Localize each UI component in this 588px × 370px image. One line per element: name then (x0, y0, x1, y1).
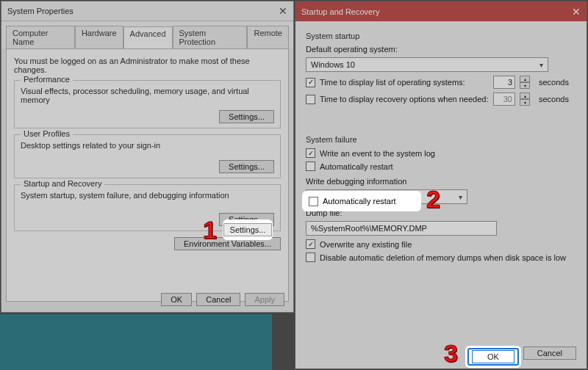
auto-restart-checkbox-highlight[interactable] (309, 197, 318, 206)
time-list-value: 3 (508, 78, 512, 87)
startup-recovery-settings-button-highlight[interactable]: Settings... (223, 223, 273, 236)
startrec-titlebar: Startup and Recovery ✕ (295, 1, 587, 21)
time-recovery-spin-buttons: ▴▾ (520, 92, 530, 106)
sysprops-advanced-panel: You must be logged on as an Administrato… (6, 48, 289, 302)
highlight-settings: Settings... (225, 222, 270, 238)
annotation-1: 1 (203, 216, 217, 244)
time-list-checkbox[interactable] (306, 78, 315, 87)
dump-file-value: %SystemRoot%\MEMORY.DMP (311, 224, 427, 233)
group-user-profiles-desc: Desktop settings related to your sign-in (21, 141, 274, 150)
startrec-title: Startup and Recovery (301, 7, 379, 16)
sysprops-ok-button[interactable]: OK (161, 293, 192, 306)
time-recovery-label: Time to display recovery options when ne… (320, 95, 489, 104)
time-list-spin-buttons[interactable]: ▴▾ (520, 76, 530, 89)
sysprops-intro: You must be logged on as an Administrato… (14, 57, 281, 74)
overwrite-label: Overwrite any existing file (320, 240, 412, 249)
sysprops-tabstrip: Computer Name Hardware Advanced System P… (1, 21, 293, 48)
group-startup-recovery-label: Startup and Recovery (21, 179, 104, 188)
overwrite-checkbox[interactable] (306, 239, 315, 249)
tab-computer-name[interactable]: Computer Name (6, 26, 75, 48)
group-performance-label: Performance (21, 75, 73, 84)
default-os-value: Windows 10 (311, 60, 355, 69)
disable-auto-delete-checkbox[interactable] (306, 253, 315, 262)
seconds-label: seconds (539, 95, 569, 104)
dump-file-input[interactable]: %SystemRoot%\MEMORY.DMP (306, 221, 497, 236)
system-failure-label: System failure (306, 135, 576, 144)
time-recovery-value: 30 (503, 95, 512, 104)
default-os-select[interactable]: Windows 10 ▾ (306, 57, 548, 72)
chevron-down-icon: ▾ (459, 193, 462, 201)
desktop-background (0, 314, 272, 370)
group-user-profiles-label: User Profiles (21, 129, 73, 138)
group-startup-recovery-desc: System startup, system failure, and debu… (21, 191, 274, 200)
group-performance: Performance Visual effects, processor sc… (14, 80, 281, 128)
tab-remote[interactable]: Remote (247, 26, 289, 48)
auto-restart-label: Automatically restart (320, 162, 393, 171)
disable-auto-delete-label: Disable automatic deletion of memory dum… (320, 253, 566, 262)
startrec-ok-button-highlight[interactable]: OK (472, 350, 514, 363)
annotation-2: 2 (426, 185, 440, 214)
time-list-spinner[interactable]: 3 (493, 76, 515, 89)
group-user-profiles: User Profiles Desktop settings related t… (14, 134, 281, 178)
time-recovery-spinner: 30 (493, 92, 515, 106)
dump-file-label: Dump file: (306, 208, 343, 217)
sysprops-cancel-button[interactable]: Cancel (196, 293, 240, 306)
auto-restart-label-highlight: Automatically restart (323, 197, 396, 206)
system-startup-label: System startup (306, 32, 576, 40)
startup-recovery-dialog: Startup and Recovery ✕ System startup De… (295, 1, 587, 369)
tab-hardware[interactable]: Hardware (75, 26, 123, 48)
environment-variables-button[interactable]: Environment Variables... (174, 237, 281, 250)
sysprops-apply-button: Apply (245, 293, 284, 306)
user-profiles-settings-button[interactable]: Settings... (219, 160, 274, 173)
time-list-label: Time to display list of operating system… (320, 78, 489, 87)
time-recovery-checkbox[interactable] (306, 95, 315, 104)
seconds-label: seconds (539, 78, 569, 87)
close-icon[interactable]: ✕ (572, 6, 581, 18)
default-os-label: Default operating system: (306, 45, 398, 54)
write-event-checkbox[interactable] (306, 148, 315, 158)
sysprops-titlebar: System Properties ✕ (1, 1, 293, 21)
auto-restart-checkbox[interactable] (306, 162, 315, 171)
annotation-3: 3 (444, 339, 458, 368)
highlight-ok: OK (467, 348, 519, 366)
chevron-down-icon: ▾ (539, 61, 543, 69)
performance-settings-button[interactable]: Settings... (219, 110, 274, 123)
close-icon[interactable]: ✕ (279, 5, 287, 17)
tab-system-protection[interactable]: System Protection (173, 26, 248, 48)
system-properties-dialog: System Properties ✕ Computer Name Hardwa… (1, 1, 294, 313)
sysprops-dialog-buttons: OK Cancel Apply (161, 293, 284, 306)
tab-advanced[interactable]: Advanced (123, 26, 173, 49)
startrec-cancel-button[interactable]: Cancel (523, 347, 576, 360)
write-event-label: Write an event to the system log (320, 149, 435, 158)
sysprops-title: System Properties (7, 7, 74, 15)
write-debug-label: Write debugging information (306, 177, 406, 186)
group-performance-desc: Visual effects, processor scheduling, me… (21, 87, 274, 104)
highlight-auto-restart: Automatically restart (304, 193, 419, 209)
